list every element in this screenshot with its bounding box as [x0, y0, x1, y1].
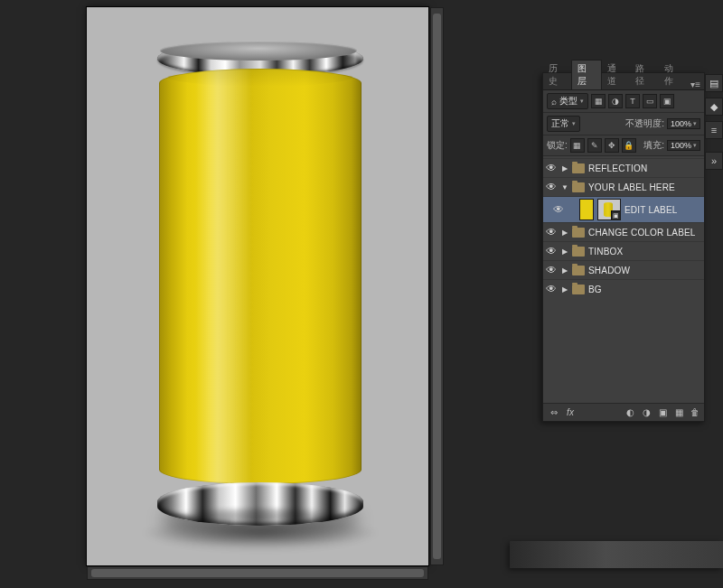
visibility-icon[interactable]: 👁 — [545, 245, 558, 257]
disclosure-right-icon[interactable]: ▶ — [561, 247, 568, 255]
scrollbar-vertical[interactable] — [430, 7, 444, 565]
tab-channels[interactable]: 通道 — [602, 61, 630, 89]
blend-mode-value: 正常 — [551, 117, 569, 130]
chevron-down-icon: ▾ — [572, 120, 576, 127]
filter-pixel-icon[interactable]: ▦ — [591, 94, 606, 108]
folder-icon — [572, 266, 585, 275]
layer-name: REFLECTION — [588, 163, 647, 173]
tab-paths[interactable]: 路径 — [630, 61, 658, 89]
floating-strip — [510, 541, 723, 568]
opacity-value[interactable]: 100% ▾ — [667, 118, 700, 129]
folder-icon — [572, 182, 585, 192]
layer-thumbnail[interactable]: ▣ — [597, 199, 621, 220]
filter-text-icon[interactable]: T — [625, 94, 640, 108]
link-layers-icon[interactable]: ⇔ — [549, 406, 559, 417]
paragraph-panel-icon[interactable]: ≡ — [705, 121, 723, 139]
scrollbar-thumb[interactable] — [433, 14, 441, 559]
disclosure-right-icon[interactable]: ▶ — [561, 229, 568, 236]
scrollbar-thumb[interactable] — [91, 569, 424, 577]
filter-smart-icon[interactable]: ▣ — [660, 94, 674, 108]
add-mask-icon[interactable]: ◐ — [624, 406, 635, 417]
new-layer-icon[interactable]: ▦ — [673, 406, 684, 417]
panel-tabbar: 历史 图层 通道 路径 动作 ▾≡ — [543, 73, 704, 90]
layer-filter-row: ⌕ 类型 ▾ ▦ ◑ T ▭ ▣ — [543, 90, 704, 113]
folder-icon — [572, 247, 585, 257]
layer-list-empty[interactable] — [543, 298, 704, 397]
panel-menu-icon[interactable]: ▾≡ — [687, 79, 704, 89]
layer-name: TINBOX — [588, 247, 623, 257]
layer-name: EDIT LABEL — [624, 205, 678, 215]
visibility-icon[interactable]: 👁 — [552, 203, 565, 216]
folder-icon — [572, 285, 585, 294]
delete-layer-icon[interactable]: 🗑 — [690, 406, 700, 417]
disclosure-right-icon[interactable]: ▶ — [561, 266, 568, 274]
can-lid — [160, 41, 357, 61]
visibility-icon[interactable]: 👁 — [545, 264, 558, 276]
tab-history[interactable]: 历史 — [543, 61, 571, 89]
layers-panel-footer: ⇔ fx ◐ ◑ ▣ ▦ 🗑 — [543, 403, 704, 421]
scrollbar-horizontal[interactable] — [87, 566, 428, 580]
smart-object-icon: ▣ — [611, 210, 621, 220]
swatches-panel-icon[interactable]: ◆ — [705, 98, 723, 116]
filter-adjust-icon[interactable]: ◑ — [608, 94, 623, 108]
can-rim-bottom — [157, 482, 363, 526]
visibility-icon[interactable]: 👁 — [545, 283, 558, 295]
color-swatch-yellow — [579, 199, 594, 220]
collapse-dock-icon[interactable]: » — [705, 152, 723, 170]
layer-name: SHADOW — [588, 266, 630, 275]
layers-panel: 历史 图层 通道 路径 动作 ▾≡ ⌕ 类型 ▾ ▦ ◑ T ▭ ▣ 正常 ▾ — [542, 72, 705, 422]
layer-tinbox[interactable]: 👁 ▶ TINBOX — [543, 241, 704, 260]
tab-actions[interactable]: 动作 — [659, 61, 687, 89]
fill-value[interactable]: 100% ▾ — [667, 140, 700, 151]
chevron-down-icon: ▾ — [580, 98, 584, 105]
layer-fx-icon[interactable]: fx — [565, 406, 576, 417]
fill-value-text: 100% — [671, 141, 691, 150]
blend-mode-select[interactable]: 正常 ▾ — [547, 116, 580, 132]
disclosure-right-icon[interactable]: ▶ — [561, 285, 568, 293]
fill-label: 填充: — [643, 139, 664, 152]
properties-panel-icon[interactable]: ▤ — [705, 74, 723, 92]
lock-paint-icon[interactable]: ✎ — [587, 138, 602, 153]
new-adjust-icon[interactable]: ◑ — [641, 406, 652, 417]
opacity-value-text: 100% — [671, 119, 691, 128]
layer-bg[interactable]: 👁 ▶ BG — [543, 279, 704, 298]
layer-name: YOUR LABEL HERE — [588, 182, 675, 192]
panel-dock: 历史 图层 通道 路径 动作 ▾≡ ⌕ 类型 ▾ ▦ ◑ T ▭ ▣ 正常 ▾ — [542, 72, 723, 422]
visibility-icon[interactable]: 👁 — [545, 226, 558, 238]
visibility-icon[interactable]: 👁 — [545, 162, 558, 174]
can-yellow-label — [159, 69, 362, 484]
layer-kind-label: 类型 — [559, 95, 577, 107]
collapsed-panel-strip: ▤ ◆ ≡ » — [705, 72, 723, 422]
tab-layers[interactable]: 图层 — [571, 60, 601, 89]
layer-reflection[interactable]: 👁 ▶ REFLECTION — [543, 158, 704, 177]
disclosure-right-icon[interactable]: ▶ — [561, 164, 568, 172]
folder-icon — [572, 163, 585, 173]
opacity-label: 不透明度: — [625, 117, 664, 130]
tin-can — [159, 45, 362, 524]
document-canvas[interactable] — [87, 7, 428, 565]
lock-trans-icon[interactable]: ▦ — [570, 138, 585, 153]
new-group-icon[interactable]: ▣ — [657, 406, 668, 417]
lock-all-icon[interactable]: 🔒 — [622, 138, 636, 153]
disclosure-down-icon[interactable]: ▼ — [561, 183, 568, 191]
layer-name: BG — [588, 285, 602, 294]
funnel-icon: ⌕ — [551, 97, 557, 107]
lock-label: 锁定: — [547, 139, 568, 152]
layer-list: 👁 ▶ REFLECTION 👁 ▼ YOUR LABEL HERE 👁 ▣ E… — [543, 156, 704, 403]
layer-kind-select[interactable]: ⌕ 类型 ▾ — [547, 93, 588, 109]
lock-move-icon[interactable]: ✥ — [605, 138, 619, 153]
visibility-icon[interactable]: 👁 — [545, 181, 558, 193]
layer-change-color-label[interactable]: 👁 ▶ CHANGE COLOR LABEL — [543, 222, 704, 241]
lock-fill-row: 锁定: ▦ ✎ ✥ 🔒 填充: 100% ▾ — [543, 135, 704, 156]
layer-name: CHANGE COLOR LABEL — [588, 228, 696, 238]
folder-icon — [572, 228, 585, 238]
chevron-down-icon: ▾ — [693, 120, 697, 127]
layer-your-label-here[interactable]: 👁 ▼ YOUR LABEL HERE — [543, 177, 704, 196]
layer-shadow[interactable]: 👁 ▶ SHADOW — [543, 260, 704, 279]
blend-opacity-row: 正常 ▾ 不透明度: 100% ▾ — [543, 113, 704, 135]
chevron-down-icon: ▾ — [693, 142, 697, 149]
layer-edit-label[interactable]: 👁 ▣ EDIT LABEL — [543, 196, 704, 222]
filter-shape-icon[interactable]: ▭ — [643, 94, 657, 108]
